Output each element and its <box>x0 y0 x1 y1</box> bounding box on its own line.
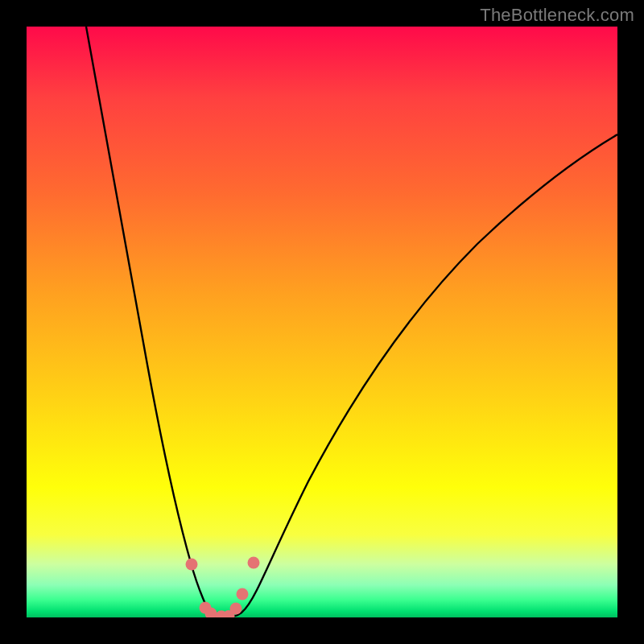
marker-group <box>186 557 260 618</box>
curve-marker <box>248 557 260 569</box>
plot-area <box>27 27 617 617</box>
curve-layer <box>27 27 617 617</box>
curve-marker <box>237 588 249 601</box>
watermark-text: TheBottleneck.com <box>480 5 634 26</box>
curve-marker <box>230 603 242 615</box>
chart-frame: TheBottleneck.com <box>0 0 644 644</box>
bottleneck-curve <box>86 27 617 617</box>
curve-marker <box>186 559 198 571</box>
